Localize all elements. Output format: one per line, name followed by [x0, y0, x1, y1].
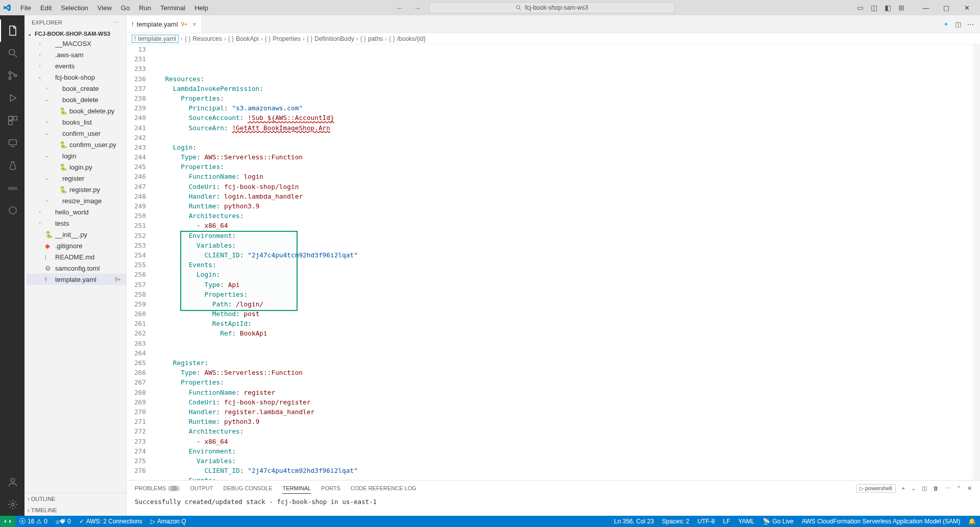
- terminal-output[interactable]: Successfully created/updated stack - fcj…: [127, 496, 980, 516]
- sparkle-icon[interactable]: ✦: [943, 20, 949, 28]
- panel-close-icon[interactable]: ✕: [967, 485, 972, 492]
- panel-tab-ports[interactable]: PORTS: [321, 483, 340, 493]
- terminal-select[interactable]: ▷ powershell: [856, 484, 896, 493]
- tree-item-login-py[interactable]: 🐍login.py: [27, 161, 126, 173]
- tree-item-books-list[interactable]: ›books_list: [27, 116, 126, 128]
- panel-tab-coderef[interactable]: CODE REFERENCE LOG: [351, 483, 416, 493]
- tree-item-events[interactable]: ›events: [27, 60, 126, 71]
- activity-extensions[interactable]: [0, 109, 24, 132]
- menu-edit[interactable]: Edit: [36, 2, 56, 14]
- tree-item-samconfig-toml[interactable]: ⚙samconfig.toml: [27, 262, 126, 274]
- status-spaces[interactable]: Spaces: 2: [658, 518, 693, 525]
- tree-item--gitignore[interactable]: ◆.gitignore: [27, 240, 126, 251]
- close-icon[interactable]: ×: [192, 20, 197, 28]
- outline-section[interactable]: › OUTLINE: [24, 493, 126, 505]
- code-editor[interactable]: 1323123323623723823924024124224324424524…: [127, 44, 980, 480]
- terminal-add-icon[interactable]: +: [902, 485, 905, 491]
- status-eol[interactable]: LF: [719, 518, 734, 525]
- tree-item-register-py[interactable]: 🐍register.py: [27, 184, 126, 195]
- panel-maximize-icon[interactable]: ⌃: [957, 485, 961, 492]
- project-section-title[interactable]: ⌄ FCJ-BOOK-SHOP-SAM-WS3: [24, 30, 126, 38]
- breadcrumb-paths[interactable]: { } paths: [360, 35, 383, 42]
- status-sam[interactable]: AWS CloudFormation Serverless Applicatio…: [798, 518, 964, 525]
- activity-aws[interactable]: aws: [0, 177, 24, 199]
- activity-debug[interactable]: [0, 87, 24, 109]
- window-minimize[interactable]: —: [916, 0, 936, 15]
- panel-tab-terminal[interactable]: TERMINAL: [282, 483, 311, 494]
- tree-item-resize-image[interactable]: ›resize_image: [27, 195, 126, 206]
- tree-item-readme-md[interactable]: iREADME.md: [27, 251, 126, 262]
- tree-item-book-delete[interactable]: ⌄book_delete: [27, 94, 126, 105]
- project-name: FCJ-BOOK-SHOP-SAM-WS3: [35, 31, 110, 37]
- minimap[interactable]: [973, 44, 980, 480]
- sidebar-more-icon[interactable]: ⋯: [113, 19, 119, 26]
- command-center[interactable]: fcj-book-shop-sam-ws3: [429, 2, 674, 13]
- activity-hex[interactable]: [0, 199, 24, 222]
- tree-item-template-yaml[interactable]: !template.yaml9+: [27, 274, 126, 285]
- status-ports[interactable]: �ේ 0: [52, 518, 75, 525]
- timeline-section[interactable]: › TIMELINE: [24, 505, 126, 516]
- editor-tabs: ! template.yaml 9+ × ✦ ◫ ⋯: [127, 15, 980, 33]
- tree-item---init---py[interactable]: 🐍__init__.py: [27, 229, 126, 240]
- tree-item---macosx[interactable]: ›__MACOSX: [27, 38, 126, 49]
- layout-primary-icon[interactable]: ▭: [856, 4, 865, 12]
- status-golive[interactable]: 📡 Go Live: [758, 518, 797, 525]
- panel-tab-output[interactable]: OUTPUT: [190, 483, 213, 493]
- breadcrumb-bookapi[interactable]: { } BookApi: [228, 35, 259, 42]
- breadcrumb-properties[interactable]: { } Properties: [265, 35, 301, 42]
- activity-explorer[interactable]: [0, 19, 24, 42]
- tree-item-hello-world[interactable]: ›hello_world: [27, 206, 126, 218]
- tree-item-confirm-user-py[interactable]: 🐍confirm_user.py: [27, 139, 126, 150]
- tree-item-login[interactable]: ⌄login: [27, 150, 126, 161]
- nav-forward-icon[interactable]: →: [411, 4, 423, 12]
- status-notifications[interactable]: 🔔: [964, 518, 980, 525]
- nav-back-icon[interactable]: ←: [394, 4, 405, 12]
- activity-git[interactable]: [0, 64, 24, 87]
- terminal-more-icon[interactable]: ⋯: [945, 485, 950, 492]
- status-ln-col[interactable]: Ln 356, Col 23: [610, 518, 658, 525]
- status-amazonq[interactable]: ▷ Amazon Q: [146, 518, 190, 525]
- tab-template-yaml[interactable]: ! template.yaml 9+ ×: [127, 15, 202, 33]
- menu-view[interactable]: View: [93, 2, 116, 14]
- breadcrumb-template-yaml[interactable]: ! template.yaml: [132, 35, 179, 43]
- menu-run[interactable]: Run: [135, 2, 155, 14]
- tree-item-confirm-user[interactable]: ⌄confirm_user: [27, 128, 126, 139]
- breadcrumb-resources[interactable]: { } Resources: [185, 35, 222, 42]
- window-maximize[interactable]: ▢: [936, 0, 957, 15]
- tree-item-tests[interactable]: ›tests: [27, 218, 126, 229]
- tree-item-book-delete-py[interactable]: 🐍book_delete.py: [27, 105, 126, 116]
- tree-item-book-create[interactable]: ›book_create: [27, 83, 126, 94]
- menu-help[interactable]: Help: [190, 2, 212, 14]
- activity-account[interactable]: [0, 471, 24, 493]
- breadcrumb--books--id-[interactable]: { } /books/{id}: [389, 35, 425, 42]
- status-lang[interactable]: YAML: [734, 518, 759, 525]
- breadcrumb[interactable]: ! template.yaml›{ } Resources›{ } BookAp…: [127, 33, 980, 44]
- activity-testing[interactable]: [0, 154, 24, 177]
- status-aws[interactable]: ✓ AWS: 2 Connections: [75, 518, 146, 525]
- tab-more-icon[interactable]: ⋯: [967, 20, 974, 28]
- terminal-trash-icon[interactable]: 🗑: [933, 485, 939, 491]
- activity-search[interactable]: [0, 42, 24, 64]
- menu-selection[interactable]: Selection: [57, 2, 92, 14]
- layout-grid-icon[interactable]: ⊞: [897, 4, 905, 12]
- layout-side-icon[interactable]: ◧: [884, 4, 892, 12]
- panel-tab-problems[interactable]: PROBLEMS16: [135, 483, 180, 493]
- terminal-dropdown-icon[interactable]: ⌄: [911, 485, 916, 492]
- status-encoding[interactable]: UTF-8: [693, 518, 719, 525]
- terminal-split-icon[interactable]: ◫: [922, 485, 927, 492]
- tree-item-register[interactable]: ⌄register: [27, 173, 126, 184]
- breadcrumb-definitionbody[interactable]: { } DefinitionBody: [307, 35, 354, 42]
- panel-tab-debug[interactable]: DEBUG CONSOLE: [224, 483, 273, 493]
- window-close[interactable]: ✕: [957, 0, 977, 15]
- activity-remote[interactable]: [0, 132, 24, 154]
- layout-panel-icon[interactable]: ◫: [870, 4, 878, 12]
- status-remote[interactable]: [0, 516, 15, 527]
- split-editor-icon[interactable]: ◫: [955, 20, 961, 28]
- tree-item--aws-sam[interactable]: ›.aws-sam: [27, 49, 126, 60]
- menu-terminal[interactable]: Terminal: [156, 2, 189, 14]
- status-problems[interactable]: ⓧ 16 ⚠ 0: [15, 517, 52, 526]
- activity-settings[interactable]: [0, 493, 24, 516]
- menu-go[interactable]: Go: [117, 2, 134, 14]
- tree-item-fcj-book-shop[interactable]: ⌄fcj-book-shop: [27, 71, 126, 83]
- menu-file[interactable]: File: [16, 2, 35, 14]
